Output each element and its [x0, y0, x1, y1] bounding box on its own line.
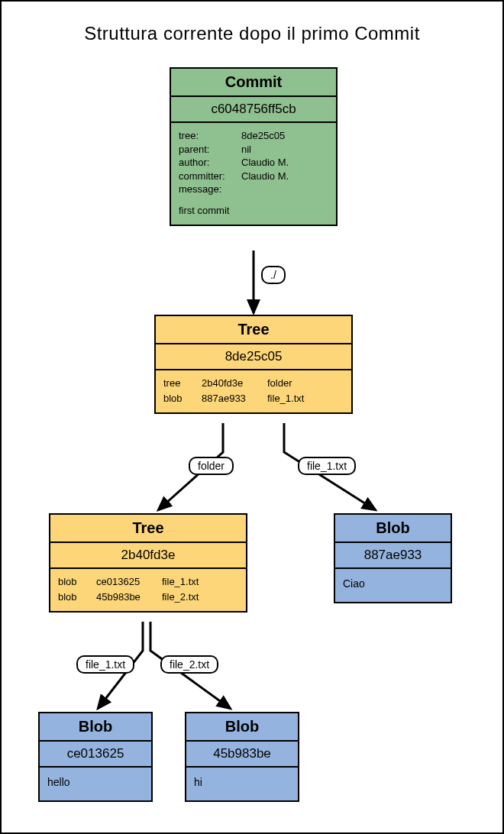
- commit-parent-key: parent:: [179, 143, 238, 157]
- blob-ciao-content: Ciao: [335, 569, 451, 602]
- root-tree-node: Tree 8de25c05 tree 2b40fd3e folder blob …: [154, 315, 353, 414]
- edge-root: ./: [261, 266, 286, 284]
- commit-author-key: author:: [179, 156, 238, 170]
- blob-hello-node: Blob ce013625 hello: [38, 712, 153, 802]
- commit-node: Commit c6048756ff5cb tree: 8de25c05 pare…: [170, 67, 338, 226]
- root-tree-header: Tree: [156, 316, 351, 344]
- edge-file1-root: file_1.txt: [298, 457, 356, 475]
- edge-file2: file_2.txt: [160, 655, 218, 674]
- sub-tree-row0-type: blob: [58, 575, 90, 589]
- commit-header: Commit: [171, 69, 336, 97]
- commit-tree-val: 8de25c05: [241, 129, 328, 143]
- edge-file1: file_1.txt: [76, 655, 134, 674]
- blob-hi-content: hi: [186, 768, 298, 800]
- root-tree-hash: 8de25c05: [156, 344, 351, 370]
- sub-tree-row1-name: file_2.txt: [162, 590, 238, 604]
- commit-author-val: Claudio M.: [241, 156, 328, 170]
- blob-ciao-hash: 887ae933: [335, 543, 451, 569]
- commit-message-key: message:: [179, 183, 238, 196]
- sub-tree-row0-hash: ce013625: [96, 575, 156, 589]
- sub-tree-header: Tree: [50, 515, 246, 543]
- commit-hash: c6048756ff5cb: [171, 97, 336, 123]
- diagram-page: Struttura corrente dopo il primo Commit …: [0, 0, 504, 834]
- sub-tree-node: Tree 2b40fd3e blob ce013625 file_1.txt b…: [49, 513, 247, 613]
- root-tree-row0-hash: 2b40fd3e: [202, 377, 261, 390]
- blob-hi-node: Blob 45b983be hi: [185, 712, 299, 802]
- sub-tree-hash: 2b40fd3e: [50, 543, 246, 569]
- blob-hi-header: Blob: [186, 713, 298, 742]
- commit-committer-val: Claudio M.: [241, 170, 328, 183]
- diagram-title: Struttura corrente dopo il primo Commit: [2, 23, 502, 44]
- blob-hi-hash: 45b983be: [186, 742, 298, 768]
- blob-ciao-header: Blob: [335, 515, 451, 543]
- blob-hello-header: Blob: [40, 713, 151, 742]
- root-tree-row1-type: blob: [163, 392, 195, 406]
- root-tree-row1-hash: 887ae933: [202, 392, 261, 406]
- sub-tree-row1-type: blob: [58, 590, 90, 604]
- root-tree-row0-name: folder: [267, 377, 344, 390]
- commit-parent-val: nil: [241, 143, 328, 157]
- sub-tree-row1-hash: 45b983be: [96, 590, 156, 604]
- root-tree-body: tree 2b40fd3e folder blob 887ae933 file_…: [156, 370, 351, 412]
- root-tree-row0-type: tree: [163, 377, 195, 390]
- edge-folder: folder: [189, 457, 234, 475]
- blob-hello-hash: ce013625: [40, 742, 151, 768]
- commit-body: tree: 8de25c05 parent: nil author: Claud…: [171, 123, 336, 225]
- root-tree-row1-name: file_1.txt: [267, 392, 344, 406]
- commit-message-body: first commit: [179, 204, 328, 218]
- commit-tree-key: tree:: [179, 129, 238, 143]
- blob-hello-content: hello: [40, 768, 151, 800]
- sub-tree-row0-name: file_1.txt: [162, 575, 238, 589]
- blob-ciao-node: Blob 887ae933 Ciao: [334, 513, 452, 603]
- commit-committer-key: committer:: [179, 170, 238, 183]
- sub-tree-body: blob ce013625 file_1.txt blob 45b983be f…: [50, 569, 246, 611]
